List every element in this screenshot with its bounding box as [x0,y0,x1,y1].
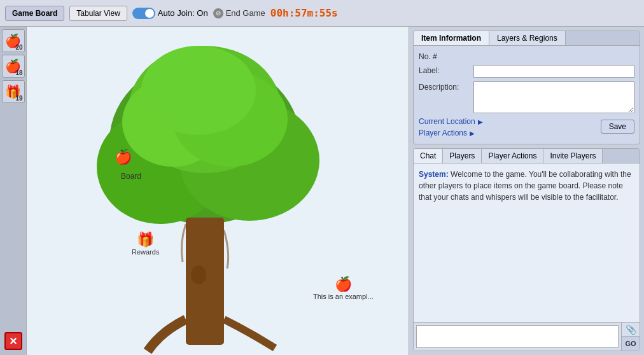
apple-icon-example: 🍎 [335,276,352,293]
tab-players[interactable]: Players [443,149,482,163]
chat-send-col: 📎 GO [621,323,640,351]
badge-2: 18 [15,69,22,76]
current-location-row: Current Location ▶ [419,117,601,126]
tab-tabular-view[interactable]: Tabular View [69,6,127,21]
end-game-icon: ⊘ [213,8,223,18]
sidebar-bottom: ✕ [4,332,22,350]
close-button[interactable]: ✕ [4,332,22,350]
right-panel: Item Information Layers & Regions No. # … [409,27,644,355]
timer-display: 00h:57m:55s [270,7,338,19]
form-row-no: No. # [419,51,634,61]
chat-input-row: 📎 GO [414,322,640,351]
tab-game-board[interactable]: Game Board [5,6,64,21]
svg-point-8 [191,265,206,284]
svg-point-6 [141,46,256,135]
auto-join-label: Auto Join: On [158,8,208,18]
top-bar: Game Board Tabular View Auto Join: On ⊘ … [0,0,644,27]
sidebar-apple-1[interactable]: 🍎 20 [2,29,25,52]
chat-tabs: Chat Players Player Actions Invite Playe… [414,149,640,164]
auto-join-toggle[interactable]: Auto Join: On [132,8,208,19]
gift-icon-board: 🎁 [137,232,154,248]
description-textarea[interactable] [473,81,634,113]
tab-player-actions[interactable]: Player Actions [482,149,543,163]
system-message: System: Welcome to the game. You'll be c… [419,169,634,203]
board-label: Board [121,172,141,181]
info-panel-tabs: Item Information Layers & Regions [414,31,640,46]
apple-example-label: This is an exampl... [313,293,374,300]
tab-invite-players[interactable]: Invite Players [543,149,603,163]
system-text: Welcome to the game. You'll be collabora… [419,170,631,202]
chat-panel: Chat Players Player Actions Invite Playe… [413,148,640,351]
info-panel-content: No. # Label: Description: Save Current L… [414,46,640,144]
game-board[interactable]: Board 🍎 🎁 Rewards 🍎 This is an exampl...… [27,27,409,355]
badge-1: 20 [15,44,22,51]
main-layout: 🍎 20 🍎 18 🎁 19 ✕ [0,27,644,355]
player-actions-arrow: ▶ [470,130,475,137]
end-game-label: End Game [226,8,265,18]
tab-layers-regions[interactable]: Layers & Regions [489,31,566,45]
player-actions-row: Player Actions ▶ [419,129,601,137]
chat-input[interactable] [416,325,619,348]
chat-messages: System: Welcome to the game. You'll be c… [414,164,640,322]
gift-label: Rewards [132,248,159,256]
badge-3: 19 [15,95,22,102]
apple-icon-board: 🍎 [115,149,132,165]
current-location-link[interactable]: Current Location [419,117,475,126]
save-button[interactable]: Save [601,120,634,134]
system-sender: System: [419,170,449,179]
gift-on-board[interactable]: 🎁 Rewards [132,232,159,256]
end-game-btn[interactable]: ⊘ End Game [213,8,265,18]
label-label: Label: [419,65,470,75]
apple-example[interactable]: 🍎 This is an exampl... [313,276,374,300]
apple-on-board[interactable]: 🍎 [115,149,132,165]
svg-rect-7 [186,218,224,345]
left-sidebar: 🍎 20 🍎 18 🎁 19 ✕ [0,27,27,355]
current-location-arrow: ▶ [478,118,483,125]
tab-chat[interactable]: Chat [414,149,443,163]
info-panel: Item Information Layers & Regions No. # … [413,31,640,144]
toggle-icon[interactable] [132,8,155,19]
form-row-description: Description: [419,81,634,113]
tab-item-information[interactable]: Item Information [414,31,489,45]
sidebar-gift-1[interactable]: 🎁 19 [2,80,25,103]
label-input[interactable] [473,65,634,78]
description-label: Description: [419,81,470,92]
no-label: No. # [419,51,470,61]
form-row-label: Label: [419,65,634,78]
tree-svg [27,27,409,355]
player-actions-link[interactable]: Player Actions [419,129,467,137]
chat-attach-button[interactable]: 📎 [622,323,640,337]
sidebar-apple-2[interactable]: 🍎 18 [2,55,25,78]
chat-go-button[interactable]: GO [622,337,640,351]
